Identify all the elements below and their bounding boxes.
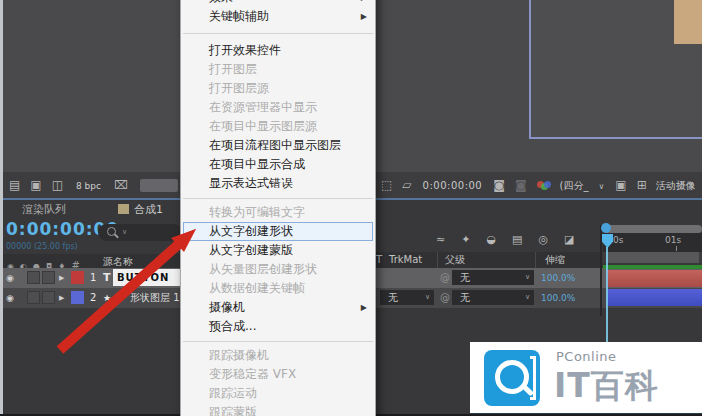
submenu-arrow-icon: ▶: [361, 298, 367, 317]
show-snapshot-icon[interactable]: ◙: [515, 172, 527, 198]
menu-item-15: 从矢量图层创建形状: [181, 260, 375, 279]
tab-render-queue[interactable]: 渲染队列: [22, 202, 66, 218]
region-of-interest-icon[interactable]: ⬚: [381, 172, 392, 198]
search-icon: [107, 227, 116, 236]
parent-column[interactable]: 父级: [445, 252, 465, 268]
right-columns-header: T TrkMat 父级 伸缩: [375, 252, 602, 268]
footage-panel-icon[interactable]: ▤: [9, 172, 20, 198]
trkmat-column[interactable]: TrkMat: [389, 252, 422, 268]
menu-item-17[interactable]: 摄像机▶: [181, 298, 375, 317]
parent-dropdown[interactable]: 无∨: [452, 270, 534, 285]
stretch-column[interactable]: 伸缩: [545, 252, 565, 268]
stretch-value[interactable]: 100.0%: [541, 268, 575, 288]
chevron-down-icon[interactable]: ∨: [598, 182, 604, 191]
menu-item-label: 从文字创建蒙版: [209, 243, 293, 257]
time-ruler[interactable]: 0s 01s: [603, 233, 702, 252]
comp-border-vertical: [529, 0, 531, 139]
menu-item-10[interactable]: 显示表达式错误: [181, 174, 375, 193]
menu-item-20: 跟踪摄像机: [181, 346, 375, 365]
after-effects-window: ▤▣◫8 bpc⌧ ⬚▱0:00:00:00◙◙(四分_∨▣⊞活动摄像 渲染队列…: [0, 0, 702, 416]
resolution-dropdown[interactable]: (四分_: [560, 180, 589, 191]
channels-icon[interactable]: [537, 180, 551, 190]
trkmat-dropdown[interactable]: 无∨: [380, 290, 434, 305]
label-color-swatch[interactable]: [71, 271, 84, 284]
eye-icon[interactable]: ◉: [6, 268, 14, 288]
menu-item-label: 从文字创建形状: [209, 224, 293, 238]
frame-blend-icon[interactable]: ▤: [512, 233, 522, 246]
menu-item-8[interactable]: 在项目流程图中显示图层: [181, 136, 375, 155]
menu-separator: [183, 341, 373, 342]
switch-box[interactable]: [42, 291, 55, 304]
mode-column[interactable]: T: [376, 252, 382, 268]
view-layout-icon[interactable]: ⊞: [637, 172, 647, 198]
menu-item-14[interactable]: 从文字创建蒙版: [181, 241, 375, 260]
motion-blur-icon[interactable]: ◎: [538, 233, 548, 246]
menu-item-label: 在项目中显示图层源: [209, 119, 317, 133]
label-color-swatch[interactable]: [71, 291, 84, 304]
pconline-logo: [484, 350, 540, 406]
shy-icon[interactable]: ◒: [486, 233, 496, 246]
submenu-arrow-icon: ▶: [361, 7, 367, 26]
menu-separator: [183, 33, 373, 34]
composition-icon[interactable]: ◫: [52, 172, 63, 198]
draft-3d-icon[interactable]: ✦: [461, 233, 470, 246]
graph-editor-icon[interactable]: ◪: [564, 233, 574, 246]
expand-arrow-icon[interactable]: ▶: [59, 288, 64, 308]
parent-pickwhip-icon[interactable]: @: [440, 291, 450, 305]
ruler-tick-1: 01s: [665, 235, 681, 245]
menu-item-13[interactable]: 从文字创建形状: [183, 222, 373, 241]
tab-composition[interactable]: 合成1: [134, 202, 163, 218]
menu-item-6: 在资源管理器中显示: [181, 98, 375, 117]
trash-icon[interactable]: ⌧: [114, 172, 128, 198]
menu-item-9[interactable]: 在项目中显示合成: [181, 155, 375, 174]
project-toolbar: ▤▣◫8 bpc⌧: [4, 172, 133, 198]
menu-item-18[interactable]: 预合成...: [181, 317, 375, 336]
parent-dropdown[interactable]: 无∨: [452, 290, 534, 305]
camera-view-dropdown[interactable]: 活动摄像: [656, 180, 696, 191]
menu-item-label: 在资源管理器中显示: [209, 100, 317, 114]
layer-name-edit[interactable]: BUTTON: [113, 269, 182, 286]
menu-item-label: 在项目中显示合成: [209, 157, 305, 171]
switch-box[interactable]: [27, 271, 40, 284]
context-menu: 效果▶关键帧辅助▶打开效果控件打开图层打开图层源在资源管理器中显示在项目中显示图…: [180, 0, 376, 416]
bit-depth-label[interactable]: 8 bpc: [76, 181, 101, 191]
timeline-navigator-bar[interactable]: [603, 225, 702, 233]
menu-item-0[interactable]: 效果▶: [181, 0, 375, 7]
timeline-switch-toolbar: ≈✦◒▤◎◪: [428, 228, 582, 250]
menu-item-4: 打开图层: [181, 60, 375, 79]
toolbar-field: [140, 179, 178, 192]
expand-arrow-icon[interactable]: ▶: [59, 268, 64, 288]
mini-flowchart-icon[interactable]: ≈: [436, 233, 445, 246]
eye-icon[interactable]: ◉: [6, 288, 14, 308]
layer-bar-shape[interactable]: [607, 289, 702, 306]
layer-name[interactable]: 形状图层 1: [130, 288, 180, 308]
menu-item-12: 转换为可编辑文字: [181, 203, 375, 222]
menu-item-label: 显示表达式错误: [209, 176, 293, 190]
menu-item-1[interactable]: 关键帧辅助▶: [181, 7, 375, 26]
parent-pickwhip-icon[interactable]: @: [440, 271, 450, 285]
snapshot-icon[interactable]: ◙: [493, 172, 505, 198]
menu-item-label: 跟踪运动: [209, 386, 257, 400]
grid-options-icon[interactable]: ▣: [615, 172, 626, 198]
comp-timecode[interactable]: 0:00:00:00: [423, 180, 483, 191]
switch-box[interactable]: [27, 291, 40, 304]
menu-item-label: 从矢量图层创建形状: [209, 262, 317, 276]
menu-item-5: 打开图层源: [181, 79, 375, 98]
menu-item-7: 在项目中显示图层源: [181, 117, 375, 136]
switch-box[interactable]: [42, 271, 55, 284]
work-area-green-bar: [603, 265, 702, 269]
navigator-handle[interactable]: [601, 223, 611, 233]
menu-item-3[interactable]: 打开效果控件: [181, 41, 375, 60]
folder-icon[interactable]: ▣: [30, 172, 41, 198]
layer-columns-header: ◉◐●◘♦# 源名称: [0, 254, 182, 268]
work-area-bar[interactable]: [603, 252, 702, 263]
logo-bracket: [530, 356, 536, 400]
menu-item-label: 打开效果控件: [209, 43, 281, 57]
search-input[interactable]: ∨: [98, 224, 182, 241]
mask-visibility-icon[interactable]: ▱: [402, 172, 411, 198]
layer-bar-text[interactable]: [607, 270, 702, 287]
menu-item-23: 跟踪蒙版: [181, 403, 375, 416]
stretch-value[interactable]: 100.0%: [541, 288, 575, 308]
layer-index: 1: [90, 268, 96, 288]
menu-item-label: 在项目流程图中显示图层: [209, 138, 341, 152]
